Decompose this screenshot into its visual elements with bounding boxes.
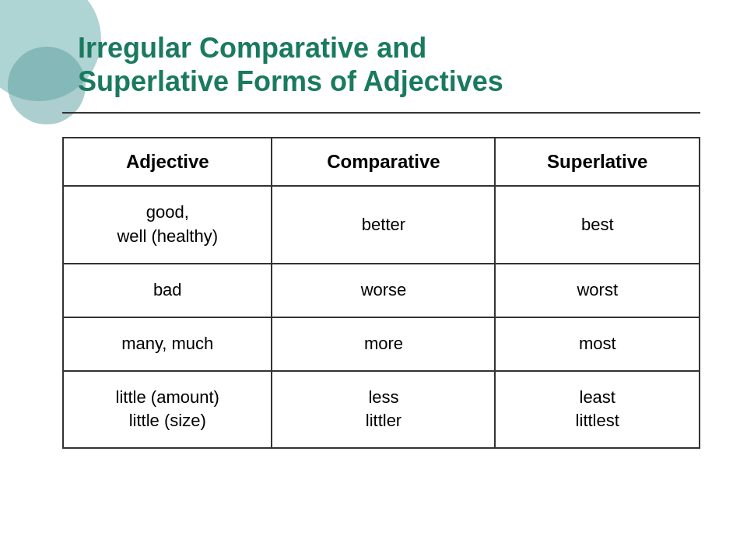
page-title: Irregular Comparative and Superlative Fo… (78, 31, 700, 98)
page-container: Irregular Comparative and Superlative Fo… (0, 0, 747, 560)
title-line2: Superlative Forms of Adjectives (78, 65, 503, 97)
cell-comparative: worse (272, 264, 495, 317)
adjectives-table: Adjective Comparative Superlative good, … (62, 137, 700, 449)
title-divider (62, 112, 700, 114)
col-header-superlative: Superlative (495, 138, 700, 186)
cell-superlative: least littlest (495, 371, 700, 449)
cell-adjective: little (amount) little (size) (63, 371, 272, 449)
table-header-row: Adjective Comparative Superlative (63, 138, 700, 186)
cell-superlative: most (495, 317, 700, 371)
cell-comparative: less littler (272, 371, 495, 449)
table-row: little (amount) little (size)less little… (63, 371, 700, 449)
table-row: many, muchmoremost (63, 317, 700, 371)
cell-superlative: worst (495, 264, 700, 317)
col-header-adjective: Adjective (63, 138, 272, 186)
cell-comparative: better (272, 186, 495, 264)
cell-adjective: good, well (healthy) (63, 186, 272, 264)
table-row: badworseworst (63, 264, 700, 317)
table-row: good, well (healthy)betterbest (63, 186, 700, 264)
cell-adjective: many, much (63, 317, 272, 371)
title-line1: Irregular Comparative and (78, 32, 426, 64)
col-header-comparative: Comparative (272, 138, 495, 186)
cell-adjective: bad (63, 264, 272, 317)
cell-comparative: more (272, 317, 495, 371)
content-area: Irregular Comparative and Superlative Fo… (62, 31, 700, 449)
cell-superlative: best (495, 186, 700, 264)
